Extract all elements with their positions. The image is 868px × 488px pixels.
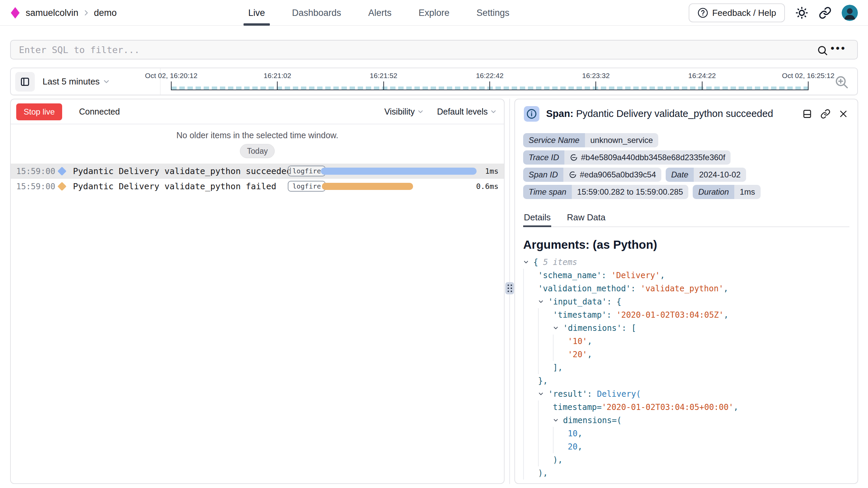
time-range-select[interactable]: Last 5 minutes <box>43 68 110 95</box>
scope-tag[interactable]: logfire <box>288 181 326 192</box>
code-line: 'input_data': { <box>523 295 855 308</box>
code-token: , <box>587 350 592 359</box>
indent-guide <box>523 282 538 295</box>
tab-explore[interactable]: Explore <box>418 0 450 26</box>
span-duration-bar[interactable] <box>322 183 413 190</box>
zoom-in-icon[interactable] <box>834 75 849 90</box>
feedback-help-button[interactable]: Feedback / Help <box>689 3 785 22</box>
badge-value: 15:59:00.282 to 15:59:00.285 <box>572 185 689 199</box>
breadcrumb: samuelcolvin demo <box>26 0 117 26</box>
code-token: 'validation_method' <box>538 284 631 293</box>
theme-toggle-sun-icon[interactable] <box>795 6 809 20</box>
code-token: : [ <box>621 323 636 333</box>
badge-value-text: #b4e5809a440dbb3458e68d2335fe360f <box>581 153 725 162</box>
indent-guide <box>523 414 538 427</box>
indent-guide <box>523 335 538 348</box>
main-nav: LiveDashboardsAlertsExploreSettings <box>248 0 509 26</box>
badge-label: Duration <box>693 185 734 199</box>
expand-chevron-icon[interactable] <box>538 299 548 304</box>
indent-guide <box>523 308 538 321</box>
user-avatar[interactable] <box>842 5 858 21</box>
link-icon[interactable] <box>570 153 578 162</box>
sql-filter-input[interactable]: Enter SQL to filter... <box>19 41 140 59</box>
live-panel: Stop live Connected Visibility Default l… <box>10 99 505 484</box>
code-token: , <box>578 429 582 438</box>
badge-label: Time span <box>523 185 572 199</box>
indent-guide <box>523 427 538 440</box>
indent-guide <box>538 348 553 361</box>
indent-guide <box>553 335 568 348</box>
code-token: dimensions=( <box>563 416 621 425</box>
indent-guide <box>523 361 538 374</box>
panel-resize-handle[interactable] <box>505 282 514 294</box>
timeline[interactable]: Oct 02, 16:20:1216:21:0216:21:5216:22:42… <box>171 68 808 95</box>
code-token: '2020-01-02T03:04:05Z' <box>616 310 724 320</box>
scope-tag[interactable]: logfire <box>288 166 326 176</box>
chevron-down-icon <box>553 325 559 331</box>
tab-live[interactable]: Live <box>248 0 265 26</box>
span-title-text: Pydantic Delivery validate_python succee… <box>576 108 773 119</box>
log-row[interactable]: 15:59:00Pydantic Delivery validate_pytho… <box>11 164 504 179</box>
visibility-label: Visibility <box>384 107 415 117</box>
tab-settings[interactable]: Settings <box>477 0 510 26</box>
detail-tab-details[interactable]: Details <box>523 212 551 227</box>
logfire-logo-icon[interactable] <box>11 7 20 19</box>
code-token: '10' <box>568 337 587 346</box>
code-token: }, <box>538 376 548 386</box>
indent-guide <box>523 440 538 453</box>
code-token: 'validate_python' <box>640 284 723 293</box>
code-line: '20', <box>523 348 855 361</box>
breadcrumb-org[interactable]: samuelcolvin <box>26 8 78 18</box>
tab-alerts[interactable]: Alerts <box>368 0 391 26</box>
default-levels-label: Default levels <box>437 107 488 117</box>
log-row-duration: 0.6ms <box>476 179 499 194</box>
timeline-tick <box>171 81 172 90</box>
badge-row: Service Nameunknown_service <box>523 133 761 147</box>
timeline-tick <box>489 81 490 90</box>
log-row[interactable]: 15:59:00Pydantic Delivery validate_pytho… <box>11 179 504 194</box>
badge-label: Span ID <box>523 168 563 182</box>
stop-live-button[interactable]: Stop live <box>16 103 62 120</box>
chevron-down-icon <box>417 108 424 115</box>
topbar-actions: Feedback / Help <box>689 0 858 26</box>
detail-tab-raw-data[interactable]: Raw Data <box>566 212 606 226</box>
log-row-time: 15:59:00 <box>16 164 55 179</box>
span-duration-bar[interactable] <box>321 168 477 175</box>
timeline-tick <box>383 81 384 90</box>
expand-chevron-icon[interactable] <box>523 259 533 265</box>
badge-value-text: 15:59:00.282 to 15:59:00.285 <box>577 187 683 197</box>
indent-guide <box>523 374 538 387</box>
share-link-icon[interactable] <box>819 6 832 19</box>
copy-link-icon[interactable] <box>820 109 831 119</box>
search-icon[interactable] <box>817 45 828 56</box>
link-icon[interactable] <box>569 171 577 179</box>
visibility-dropdown[interactable]: Visibility <box>384 107 424 117</box>
badge-value-text: #eda9065a0bd39c54 <box>580 170 656 179</box>
timeline-tick <box>808 81 809 90</box>
sidebar-toggle-button[interactable] <box>15 72 35 92</box>
sql-filter-bar: Enter SQL to filter... ••• <box>10 40 858 59</box>
more-options-icon[interactable]: ••• <box>831 43 846 54</box>
log-row-time: 15:59:00 <box>16 179 55 194</box>
badge-label: Date <box>666 168 694 182</box>
code-token: , <box>660 271 665 280</box>
dock-panel-icon[interactable] <box>802 109 812 119</box>
expand-chevron-icon[interactable] <box>538 391 548 397</box>
breadcrumb-project[interactable]: demo <box>94 8 117 18</box>
default-levels-dropdown[interactable]: Default levels <box>437 107 497 117</box>
code-line: 10, <box>523 427 855 440</box>
tab-dashboards[interactable]: Dashboards <box>292 0 341 26</box>
attribute-badge: Service Nameunknown_service <box>523 133 658 147</box>
badge-label: Service Name <box>523 133 585 147</box>
code-token: : { <box>607 297 621 307</box>
badge-value-text: unknown_service <box>590 136 653 145</box>
indent-guide <box>538 361 553 374</box>
code-token: '2020-01-02T03:04:05+00:00' <box>602 402 734 412</box>
expand-chevron-icon[interactable] <box>553 417 563 423</box>
timeline-tick-label: 16:21:02 <box>263 72 291 80</box>
code-token: 'schema_name' <box>538 271 602 280</box>
span-title: Span: Pydantic Delivery validate_python … <box>546 108 773 119</box>
close-icon[interactable] <box>839 109 848 119</box>
expand-chevron-icon[interactable] <box>553 325 563 331</box>
question-circle-icon <box>697 7 708 18</box>
